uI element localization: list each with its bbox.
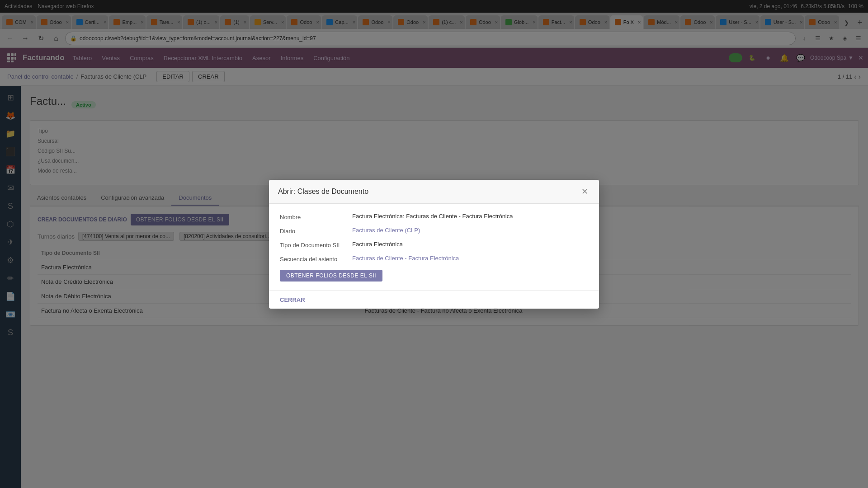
modal-nombre-value: Factura Electrónica: Facturas de Cliente…	[352, 213, 588, 221]
modal-actions: CERRAR	[269, 291, 599, 309]
modal-overlay[interactable]: Abrir: Clases de Documento ✕ Nombre Fact…	[0, 0, 868, 488]
modal-header: Abrir: Clases de Documento ✕	[269, 180, 599, 204]
modal-obtener-folios-button[interactable]: OBTENER FOLIOS DESDE EL SII	[280, 270, 382, 282]
modal-diario-value: Facturas de Cliente (CLP)	[352, 227, 588, 235]
modal-secuencia-link[interactable]: Facturas de Cliente - Factura Electrónic…	[352, 255, 459, 262]
modal-title: Abrir: Clases de Documento	[278, 188, 368, 196]
modal-body: Nombre Factura Electrónica: Facturas de …	[269, 204, 599, 291]
modal-secuencia-value: Facturas de Cliente - Factura Electrónic…	[352, 255, 588, 263]
modal-tipo-doc-value: Factura Electrónica	[352, 241, 588, 249]
modal-nombre-label: Nombre	[280, 213, 352, 221]
modal-secuencia-label: Secuencia del asiento	[280, 255, 352, 263]
modal-dialog: Abrir: Clases de Documento ✕ Nombre Fact…	[269, 180, 599, 309]
modal-diario-label: Diario	[280, 227, 352, 235]
modal-diario-link[interactable]: Facturas de Cliente (CLP)	[352, 227, 420, 234]
modal-field-secuencia: Secuencia del asiento Facturas de Client…	[280, 255, 588, 263]
modal-field-nombre: Nombre Factura Electrónica: Facturas de …	[280, 213, 588, 221]
modal-field-diario: Diario Facturas de Cliente (CLP)	[280, 227, 588, 235]
modal-tipo-doc-label: Tipo de Documento SII	[280, 241, 352, 249]
modal-cerrar-button[interactable]: CERRAR	[280, 296, 305, 303]
modal-close-button[interactable]: ✕	[579, 186, 590, 197]
modal-field-tipo-doc: Tipo de Documento SII Factura Electrónic…	[280, 241, 588, 249]
